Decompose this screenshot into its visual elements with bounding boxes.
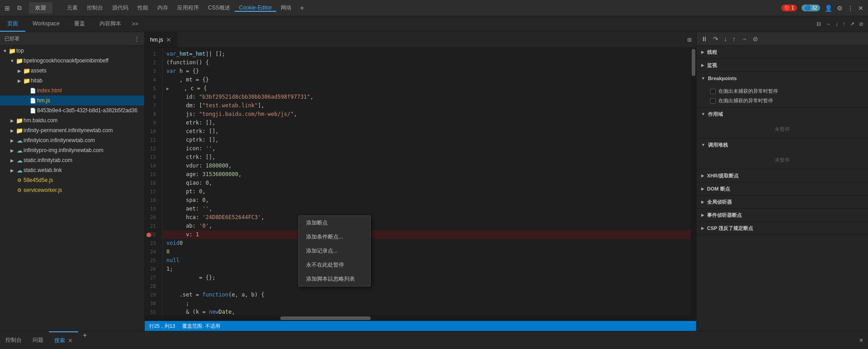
code-scrollbar[interactable] (691, 48, 696, 316)
section-breakpoints-header[interactable]: ▼ Breakpoints (697, 72, 868, 85)
tab-content-scripts[interactable]: 内容脚本 (92, 16, 128, 32)
context-add-to-ignore-list[interactable]: 添加脚本以忽略列表 (299, 272, 370, 286)
menu-css[interactable]: CSS概述 (203, 4, 235, 12)
step-out-icon[interactable]: ↑ (732, 35, 736, 43)
code-line-21: ab: '0', (163, 222, 691, 230)
section-global-header[interactable]: ▶ 全局侦听器 (697, 196, 868, 208)
menu-network[interactable]: 网络 (276, 4, 296, 12)
tree-item-static-infinity[interactable]: ▶ ☁ static.infinitytab.com (0, 155, 144, 165)
code-editor-area[interactable]: 1 2 3 4 5 6 7 8 9 10 11 12 13 14 15 16 1… (145, 48, 696, 316)
bottom-tab-console[interactable]: 控制台 (0, 331, 27, 349)
split-editor-icon[interactable]: ⊞ (687, 37, 692, 43)
tab-page[interactable]: 页面 (0, 16, 25, 32)
checkbox-caught[interactable] (710, 98, 716, 104)
tree-item-infinityicon[interactable]: ▶ ☁ infinityicon.infinitynewtab.com (0, 135, 144, 145)
bottom-tab-add-button[interactable]: + (78, 331, 91, 349)
step-icon[interactable]: → (741, 35, 747, 43)
step-over-icon[interactable]: ↷ (713, 35, 718, 43)
menu-sources[interactable]: 源代码 (108, 4, 133, 12)
code-content[interactable]: var _hmt = _hmt || []; (function() { var… (163, 48, 691, 316)
up-icon[interactable]: ↑ (843, 21, 845, 27)
expand-icon[interactable]: ↗ (850, 21, 854, 27)
breakpoint-uncaught[interactable]: 在抛出未捕获的异常时暂停 (701, 86, 863, 96)
section-callstack-header[interactable]: ▼ 调用堆栈 (697, 139, 868, 151)
section-dom-header[interactable]: ▶ DOM 断点 (697, 182, 868, 195)
code-hscroll[interactable] (145, 316, 696, 321)
code-hscroll-thumb[interactable] (280, 316, 371, 320)
section-timeline-header[interactable]: ▶ 线程 (697, 46, 868, 58)
code-tab-close-button[interactable]: ✕ (166, 36, 171, 43)
bottom-tab-search-close[interactable]: ✕ (68, 337, 73, 344)
tree-item-bpeln[interactable]: ▼ 📁 bpelnogcookhocnaokfpoeinibimbeff (0, 56, 144, 66)
code-tab-hmjs[interactable]: hm.js ✕ (145, 32, 177, 48)
menu-elements[interactable]: 元素 (62, 4, 82, 12)
tree-item-sw[interactable]: ⚙ serviceworker.js (0, 185, 144, 195)
add-tab-button[interactable]: + (296, 4, 307, 12)
section-xhr-header[interactable]: ▶ XHR/提取断点 (697, 169, 868, 182)
bottom-close-button[interactable]: ✕ (854, 331, 868, 349)
pause-icon[interactable]: ⏸ (701, 35, 708, 43)
close-icon[interactable]: ✕ (858, 5, 863, 12)
forward-icon[interactable]: → (826, 21, 831, 27)
down-icon[interactable]: ↓ (835, 21, 838, 27)
bottom-tabs-bar: 控制台 问题 搜索 ✕ + ✕ (0, 331, 868, 349)
browser-tab-welcome[interactable]: 欢迎 (29, 2, 52, 14)
tab-workspace[interactable]: Workspace (25, 16, 67, 32)
menu-memory[interactable]: 内存 (153, 4, 173, 12)
tree-item-58e[interactable]: ⚙ 58e45d5e.js (0, 175, 144, 185)
more-options-icon[interactable]: ⋮ (134, 36, 140, 42)
tree-item-infinitypro[interactable]: ▶ ☁ infinitypro-img.infinitynewtab.com (0, 145, 144, 155)
ln-8: 8 (145, 110, 159, 119)
section-watch: ▶ 监视 (697, 59, 868, 72)
tree-label-root: top (16, 48, 24, 54)
tree-label-58e: 58e45d5e.js (24, 177, 53, 183)
section-csp-header[interactable]: ▶ CSP 违反了规定断点 (697, 222, 868, 234)
more-icon[interactable]: ⋮ (847, 5, 854, 12)
section-scope-header[interactable]: ▼ 作用域 (697, 108, 868, 120)
context-never-pause-here[interactable]: 永不在此处暂停 (299, 258, 370, 272)
tree-item-infinity-perm[interactable]: ▶ 📁 infinity-permanent.infinitynewtab.co… (0, 125, 144, 135)
deactivate-icon[interactable]: ⊘ (753, 35, 758, 43)
menu-cookie-editor[interactable]: Cookie-Editor (235, 5, 277, 12)
code-line-30: ; (163, 299, 691, 308)
code-scrollbar-thumb[interactable] (692, 49, 695, 76)
menu-performance[interactable]: 性能 (133, 4, 153, 12)
section-watch-header[interactable]: ▶ 监视 (697, 59, 868, 72)
section-event-header[interactable]: ▶ 事件侦听器断点 (697, 209, 868, 221)
breakpoint-caught[interactable]: 在抛出捕获的异常时暂停 (701, 96, 863, 105)
more2-icon[interactable]: ⊘ (859, 21, 863, 27)
context-add-breakpoint[interactable]: 添加断点 (299, 216, 370, 230)
context-add-conditional-breakpoint[interactable]: 添加条件断点... (299, 230, 370, 244)
section-xhr: ▶ XHR/提取断点 (697, 169, 868, 182)
checkbox-uncaught-label: 在抛出未捕获的异常时暂停 (718, 88, 778, 95)
person-icon[interactable]: 👤 (825, 5, 832, 12)
devtools-tab-actions: ⊟ → ↓ ↑ ↗ ⊘ (812, 16, 868, 32)
tree-item-root[interactable]: ▼ 📁 top (0, 46, 144, 56)
tab-overflow[interactable]: >> (128, 16, 142, 32)
new-tab-icon[interactable]: ⊞ (5, 5, 10, 12)
menu-application[interactable]: 应用程序 (173, 4, 203, 12)
context-add-log-point[interactable]: 添加记录点... (299, 244, 370, 258)
folder-icon-hitab: 📁 (23, 77, 31, 84)
code-line-9: etrk: [], (163, 119, 691, 127)
menu-console[interactable]: 控制台 (82, 4, 108, 12)
tab-overrides[interactable]: 覆盖 (67, 16, 92, 32)
tree-item-hash[interactable]: 📄 8453b9e4-c3d5-432f-b8d1-a382b5f2ad36 (0, 105, 144, 115)
tree-item-baidu[interactable]: ▶ 📁 hm.baidu.com (0, 115, 144, 125)
checkbox-uncaught[interactable] (710, 89, 716, 94)
tree-label-infinity-perm: infinity-permanent.infinitynewtab.com (24, 127, 113, 134)
tree-item-assets[interactable]: ▶ 📁 assets (0, 66, 144, 76)
window-icon[interactable]: ⧉ (17, 4, 22, 12)
tree-item-hitab[interactable]: ▶ 📁 hitab (0, 76, 144, 86)
settings-icon[interactable]: ⚙ (837, 5, 843, 12)
bottom-tab-search[interactable]: 搜索 ✕ (49, 331, 78, 349)
ln-9: 9 (145, 119, 159, 127)
bottom-tab-issues[interactable]: 问题 (27, 331, 49, 349)
step-into-icon[interactable]: ↓ (724, 35, 727, 43)
section-breakpoints-content: 在抛出未捕获的异常时暂停 在抛出捕获的异常时暂停 (697, 85, 868, 107)
tree-item-static-wetab[interactable]: ▶ ☁ static.wetab.link (0, 165, 144, 175)
panel-icon[interactable]: ⊟ (816, 21, 821, 27)
code-line-31: & (k = new Date, (163, 308, 691, 316)
tree-item-hm-js[interactable]: 📄 hm.js (0, 96, 144, 105)
tree-item-index-html[interactable]: 📄 index.html (0, 86, 144, 96)
